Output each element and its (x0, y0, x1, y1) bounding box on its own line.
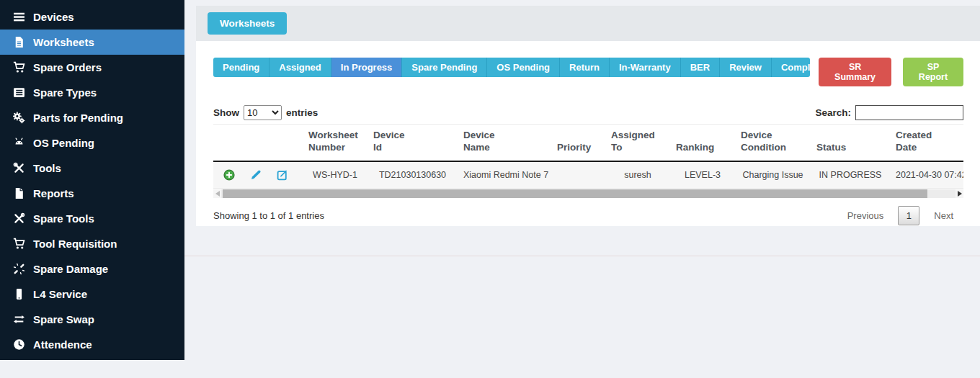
sidebar-item-spare-types[interactable]: Spare Types (0, 80, 184, 105)
tab-os-pending[interactable]: OS Pending (487, 58, 560, 77)
list-alt-icon (13, 86, 25, 99)
main-content: Worksheets Pending Assigned In Progress … (196, 0, 980, 226)
tab-in-warranty[interactable]: In-Warranty (610, 58, 681, 77)
search-input[interactable] (855, 105, 963, 120)
clock-icon (13, 338, 25, 351)
sidebar-item-label: L4 Service (33, 288, 87, 300)
edit-square-icon[interactable] (277, 169, 288, 181)
sidebar-item-label: Reports (33, 187, 74, 199)
status-tabbar: Pending Assigned In Progress Spare Pendi… (213, 58, 810, 77)
bars-icon (13, 11, 25, 23)
page-header-bar: Worksheets (196, 6, 980, 41)
row-actions-cell (213, 161, 303, 189)
tab-spare-pending[interactable]: Spare Pending (402, 58, 487, 77)
android-icon (13, 137, 25, 149)
sidebar-item-tools[interactable]: Tools (0, 156, 184, 181)
sidebar-item-l4-service[interactable]: L4 Service (0, 282, 184, 307)
tab-in-progress[interactable]: In Progress (331, 58, 403, 77)
sidebar-item-reports[interactable]: Reports (0, 181, 184, 206)
cell-device-id: TD21030130630 (368, 161, 458, 189)
sidebar-item-parts-for-pending[interactable]: Parts for Pending (0, 105, 184, 130)
horizontal-scrollbar[interactable] (213, 189, 963, 198)
cell-priority (551, 161, 605, 189)
show-label: Show (213, 107, 239, 118)
col-header-device-condition: Device Condition (735, 125, 811, 161)
worksheets-table: Worksheet Number Device Id Device Name P… (213, 125, 963, 189)
cell-worksheet-number: WS-HYD-1 (303, 161, 368, 189)
col-header-ranking: Ranking (670, 125, 735, 161)
previous-page-button[interactable]: Previous (837, 206, 894, 225)
sidebar-item-spare-tools[interactable]: Spare Tools (0, 206, 184, 231)
tabs-row: Pending Assigned In Progress Spare Pendi… (213, 58, 963, 86)
sidebar-item-label: Spare Swap (33, 313, 94, 325)
search-label: Search: (815, 107, 851, 118)
page: { "sidebar": { "active_item": "Worksheet… (0, 0, 980, 378)
worksheets-title-button[interactable]: Worksheets (208, 12, 287, 35)
sidebar-item-label: OS Pending (33, 137, 94, 149)
sidebar-item-label: Devices (33, 11, 74, 23)
sidebar-item-worksheets[interactable]: Worksheets (0, 30, 184, 55)
scroll-left-arrow-icon[interactable] (213, 189, 221, 198)
sr-summary-button[interactable]: SR Summary (819, 58, 891, 86)
tab-review[interactable]: Review (720, 58, 772, 77)
sidebar-item-label: Spare Damage (33, 263, 108, 275)
tab-pending[interactable]: Pending (213, 58, 270, 77)
page-number-button[interactable]: 1 (898, 206, 919, 225)
col-header-worksheet-number: Worksheet Number (303, 125, 368, 161)
pencil-icon[interactable] (250, 169, 262, 181)
tools-icon (13, 162, 25, 174)
table-header-row: Worksheet Number Device Id Device Name P… (213, 125, 963, 161)
col-header-actions (213, 125, 303, 161)
col-header-priority: Priority (551, 125, 605, 161)
scroll-right-arrow-icon[interactable] (956, 189, 963, 198)
sidebar-item-label: Spare Tools (33, 212, 94, 225)
entries-select[interactable]: 10 (244, 105, 282, 120)
scrollbar-thumb[interactable] (223, 189, 927, 198)
sidebar-item-spare-swap[interactable]: Spare Swap (0, 307, 184, 332)
sidebar-item-devices[interactable]: Devices (0, 4, 184, 30)
tab-complete[interactable]: Complete (772, 58, 810, 77)
sidebar-item-attendence[interactable]: Attendence (0, 332, 184, 357)
tab-ber[interactable]: BER (681, 58, 720, 77)
sidebar-item-label: Spare Orders (33, 61, 102, 73)
sp-report-button[interactable]: SP Report (903, 58, 963, 86)
content-divider (184, 256, 980, 256)
cart-icon (13, 61, 25, 73)
col-header-status: Status (811, 125, 890, 161)
sidebar-item-spare-orders[interactable]: Spare Orders (0, 55, 184, 80)
table-row: WS-HYD-1 TD21030130630 Xiaomi Redmi Note… (213, 161, 963, 189)
tab-assigned[interactable]: Assigned (270, 58, 331, 77)
pagination: Previous 1 Next (837, 206, 963, 225)
mobile-icon (13, 288, 25, 300)
next-page-button[interactable]: Next (924, 206, 963, 225)
col-header-assigned-to: Assigned To (605, 125, 670, 161)
page-length-control: Show 10 entries (213, 105, 318, 120)
crossed-tools-icon (13, 212, 25, 225)
file-icon (13, 187, 25, 199)
sidebar-item-spare-damage[interactable]: Spare Damage (0, 256, 184, 282)
cell-device-name: Xiaomi Redmi Note 7 (458, 161, 551, 189)
worksheets-table-wrapper: Worksheet Number Device Id Device Name P… (213, 124, 963, 189)
col-header-device-id: Device Id (368, 125, 458, 161)
swap-arrows-icon (13, 313, 25, 325)
sidebar-item-label: Tools (33, 162, 61, 174)
sidebar-item-label: Attendence (33, 338, 92, 351)
col-header-created-date: Created Date (890, 125, 963, 161)
cell-status: IN PROGRESS (811, 161, 890, 189)
broken-link-icon (13, 263, 25, 275)
sidebar-item-tool-requisition[interactable]: Tool Requisition (0, 231, 184, 256)
add-circle-icon[interactable] (223, 169, 235, 181)
cell-created-date: 2021-04-30 07:42:2 (890, 161, 963, 189)
cell-device-condition: Charging Issue (735, 161, 811, 189)
sidebar-item-label: Worksheets (33, 36, 94, 48)
table-info-text: Showing 1 to 1 of 1 entries (213, 210, 324, 221)
scrollbar-track[interactable] (221, 189, 956, 198)
sidebar-item-label: Tool Requisition (33, 238, 117, 250)
tab-return[interactable]: Return (560, 58, 610, 77)
sidebar-item-label: Spare Types (33, 86, 97, 99)
file-text-icon (13, 36, 25, 48)
cart-icon (13, 238, 25, 250)
sidebar-item-os-pending[interactable]: OS Pending (0, 130, 184, 156)
table-controls-row: Show 10 entries Search: (213, 105, 963, 120)
col-header-device-name: Device Name (458, 125, 551, 161)
